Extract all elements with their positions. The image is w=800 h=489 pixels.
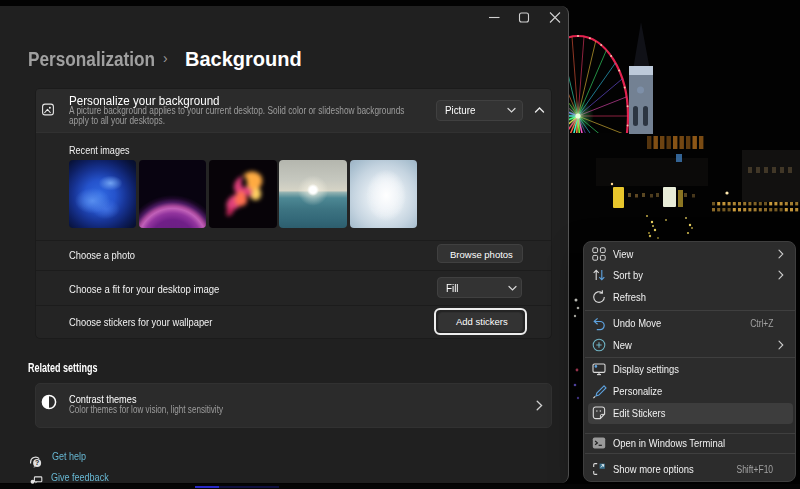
svg-text:?: ? [35,459,39,466]
